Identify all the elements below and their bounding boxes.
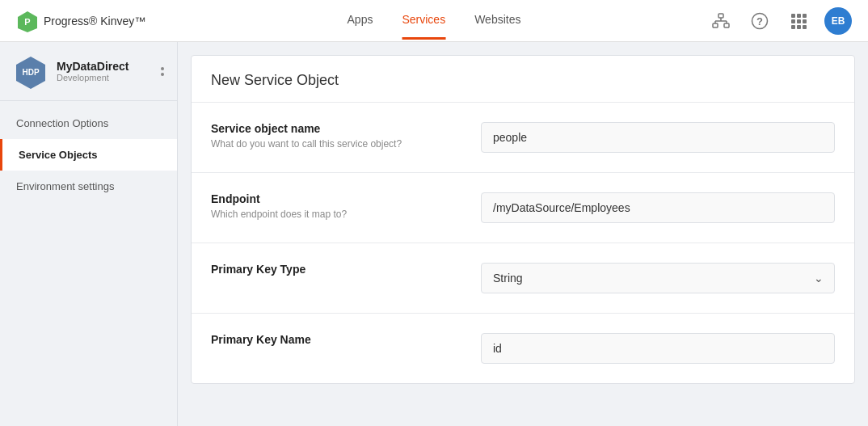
- field-description-name: What do you want to call this service ob…: [211, 138, 461, 150]
- endpoint-input[interactable]: [481, 192, 835, 223]
- svg-rect-11: [791, 14, 795, 18]
- svg-rect-18: [797, 25, 801, 29]
- sidebar-item-connection-options[interactable]: Connection Options: [0, 108, 177, 139]
- field-label-group-endpoint: Endpoint Which endpoint does it map to?: [211, 192, 461, 220]
- field-input-group-name: [481, 122, 835, 153]
- nav-services[interactable]: Services: [402, 2, 445, 40]
- org-icon-button[interactable]: [708, 8, 734, 34]
- section-primary-key-type: Primary Key Type String Integer UUID ⌄: [192, 243, 854, 314]
- header: P Progress® Kinvey™ Apps Services Websit…: [0, 0, 868, 42]
- section-endpoint: Endpoint Which endpoint does it map to?: [192, 173, 854, 243]
- field-label-group-name: Service object name What do you want to …: [211, 122, 461, 150]
- field-label-group-key-name: Primary Key Name: [211, 333, 461, 349]
- dot1: [161, 67, 164, 70]
- sidebar-item-environment-settings[interactable]: Environment settings: [0, 171, 177, 202]
- nav-apps[interactable]: Apps: [348, 2, 373, 40]
- select-wrapper-key-type: String Integer UUID ⌄: [481, 263, 835, 293]
- sidebar-brand: HDP MyDataDirect Development: [0, 42, 177, 101]
- header-actions: ? EB: [708, 7, 852, 35]
- brand-info: MyDataDirect Development: [57, 60, 153, 82]
- svg-rect-17: [791, 25, 795, 29]
- field-input-group-endpoint: [481, 192, 835, 223]
- help-icon: ?: [751, 12, 769, 30]
- svg-text:?: ?: [756, 15, 763, 27]
- field-label-group-key-type: Primary Key Type: [211, 263, 461, 279]
- user-avatar[interactable]: EB: [824, 7, 852, 35]
- org-icon: [712, 12, 730, 30]
- apps-grid-icon-button[interactable]: [786, 8, 811, 34]
- brand-name: MyDataDirect: [57, 60, 153, 73]
- field-input-group-key-name: [481, 333, 835, 364]
- apps-grid-icon: [790, 12, 807, 30]
- field-label-key-type: Primary Key Type: [211, 263, 461, 276]
- brand-menu-button[interactable]: [161, 67, 164, 76]
- field-description-endpoint: Which endpoint does it map to?: [211, 209, 461, 220]
- layout: HDP MyDataDirect Development Connection …: [0, 42, 868, 426]
- svg-rect-12: [797, 14, 801, 18]
- svg-rect-15: [797, 19, 801, 23]
- card-header: New Service Object: [192, 56, 854, 103]
- section-primary-key-name: Primary Key Name: [192, 314, 854, 383]
- svg-text:HDP: HDP: [22, 68, 39, 77]
- content-card: New Service Object Service object name W…: [191, 55, 855, 384]
- brand-env: Development: [57, 73, 153, 82]
- primary-key-type-select[interactable]: String Integer UUID: [481, 263, 835, 293]
- svg-rect-2: [718, 14, 723, 18]
- primary-key-name-input[interactable]: [481, 333, 835, 364]
- logo-text: Progress® Kinvey™: [44, 15, 145, 27]
- logo: P Progress® Kinvey™: [16, 10, 145, 32]
- logo-icon: P: [16, 10, 39, 32]
- header-nav: Apps Services Websites: [348, 2, 521, 40]
- sidebar: HDP MyDataDirect Development Connection …: [0, 42, 178, 426]
- svg-rect-14: [791, 19, 795, 23]
- sidebar-nav: Connection Options Service Objects Envir…: [0, 101, 177, 209]
- field-input-group-key-type: String Integer UUID ⌄: [481, 263, 835, 293]
- brand-hex-icon: HDP: [13, 53, 48, 89]
- field-label-endpoint: Endpoint: [211, 192, 461, 205]
- svg-rect-4: [724, 23, 729, 27]
- sidebar-item-service-objects[interactable]: Service Objects: [0, 139, 177, 171]
- section-service-object-name: Service object name What do you want to …: [192, 103, 854, 173]
- field-label-key-name: Primary Key Name: [211, 333, 461, 346]
- card-title: New Service Object: [211, 72, 835, 89]
- svg-rect-3: [713, 23, 718, 27]
- dot2: [161, 73, 164, 76]
- svg-rect-19: [803, 25, 807, 29]
- brand-hex-svg: HDP: [13, 53, 48, 89]
- main-content: New Service Object Service object name W…: [178, 42, 868, 426]
- service-object-name-input[interactable]: [481, 122, 835, 153]
- nav-websites[interactable]: Websites: [474, 2, 520, 40]
- help-icon-button[interactable]: ?: [747, 8, 773, 34]
- field-label-name: Service object name: [211, 122, 461, 135]
- svg-text:P: P: [24, 17, 30, 27]
- svg-rect-13: [803, 14, 807, 18]
- svg-rect-16: [803, 19, 807, 23]
